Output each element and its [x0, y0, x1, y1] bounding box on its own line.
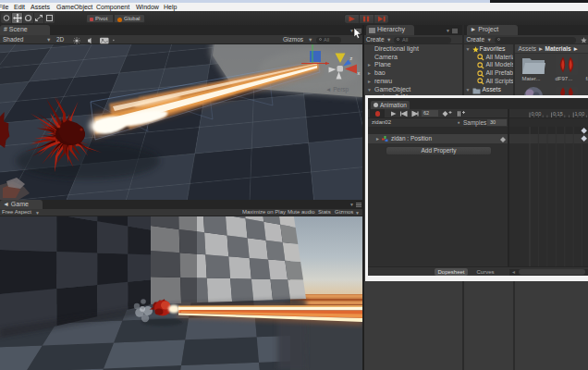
svg-text:z: z [350, 56, 353, 61]
svg-text:0:00: 0:00 [532, 111, 542, 117]
svg-text:1:00: 1:00 [575, 111, 585, 117]
svg-text:◄ Persp: ◄ Persp [325, 86, 349, 93]
svg-text:x: x [358, 70, 361, 76]
svg-text:0:15: 0:15 [553, 111, 563, 117]
